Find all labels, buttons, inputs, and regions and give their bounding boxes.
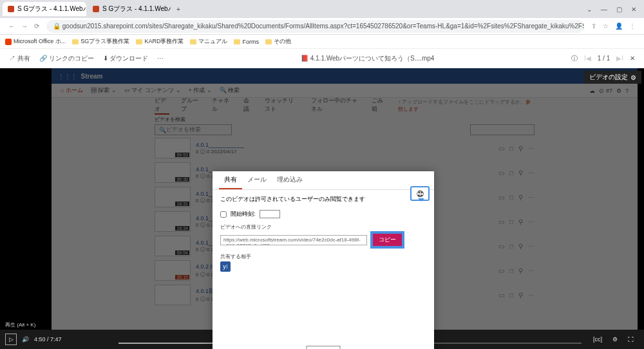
share-icon[interactable]: ⇪ [591, 23, 596, 30]
bookmark-item[interactable]: マニュアル [190, 37, 227, 46]
yammer-icon[interactable]: y⁝ [220, 261, 231, 272]
menu-icon[interactable]: ⋮ [629, 23, 636, 30]
play-button[interactable]: ▷ [5, 334, 17, 345]
more-icon[interactable]: ⋯ [157, 55, 164, 62]
back-icon[interactable]: ← [8, 23, 15, 30]
prev-icon[interactable]: I◀ [584, 55, 591, 62]
replay-hint: 再生 (Alt + K) [5, 321, 35, 328]
bookmark-item[interactable]: その他 [265, 37, 291, 46]
cc-icon[interactable]: [cc] [593, 336, 602, 343]
tab-embed[interactable]: 埋め込み [272, 171, 308, 189]
lock-icon: 🔒 [53, 23, 61, 30]
bookmark-item[interactable]: SGプラス事務作業 [72, 37, 129, 46]
close-viewer-icon[interactable]: ✕ [630, 55, 635, 62]
bookmark-item[interactable]: Microsoft Office ホ... [5, 37, 66, 46]
start-time-input[interactable] [260, 210, 280, 218]
bookmarks-bar: Microsoft Office ホ... SGプラス事務作業 KARD事務作業… [0, 35, 644, 49]
share-button[interactable]: ↗ 共有 [9, 54, 30, 63]
next-icon[interactable]: ▶I [616, 55, 623, 62]
gear-icon: ⚙ [630, 74, 636, 81]
share-with-label: 共有する相手 [220, 253, 426, 260]
file-name: 📕 4.1.1.Webパーツについて知ろう（S....mp4 [173, 54, 562, 63]
folder-icon [234, 39, 240, 44]
url-input[interactable]: 🔒 goodsun2015.sharepoint.com/sites/Share… [46, 20, 584, 33]
forward-icon: → [21, 23, 28, 30]
url-text: goodsun2015.sharepoint.com/sites/Sharega… [62, 23, 584, 30]
volume-icon[interactable]: 🔊 [22, 336, 29, 343]
download-button[interactable]: ⬇ ダウンロード [103, 54, 149, 63]
chevron-down-icon[interactable]: ⌄ [587, 6, 592, 13]
copy-button[interactable]: コピー [371, 232, 404, 248]
link-label: ビデオへの直接リンク [220, 223, 426, 231]
address-bar: ← → ⟳ 🔒 goodsun2015.sharepoint.com/sites… [0, 18, 644, 35]
start-at-checkbox[interactable] [220, 211, 227, 218]
tab-title: S Gプラス - 4.1.1.Webパーツに [102, 5, 171, 14]
sharepoint-toolbar: ↗ 共有 🔗 リンクのコピー ⬇ ダウンロード ⋯ 📕 4.1.1.Webパーツ… [0, 49, 644, 68]
folder-icon [136, 39, 142, 44]
close-window-icon[interactable]: ✕ [631, 6, 636, 13]
sharepoint-icon [8, 6, 14, 12]
star-icon[interactable]: ☆ [603, 23, 609, 30]
time-display: 4:50 / 7:47 [34, 336, 62, 343]
info-icon[interactable]: ⓘ [571, 54, 578, 63]
tab-mail[interactable]: メール [242, 171, 272, 189]
browser-tab-strip: S Gプラス - 4.1.1.Webパーツに × S Gプラス - 4.1.1.… [0, 0, 644, 18]
bookmark-item[interactable]: KARD事務作業 [136, 37, 184, 46]
video-settings-button[interactable]: ビデオの設定 ⚙ [584, 71, 641, 84]
bookmark-item[interactable]: Forms [234, 39, 259, 45]
folder-icon [72, 39, 79, 44]
tab-share[interactable]: 共有 [219, 171, 242, 189]
video-url-input[interactable]: https://web.microsoftstream.com/video/74… [220, 235, 367, 245]
reload-icon[interactable]: ⟳ [34, 23, 39, 30]
minimize-icon[interactable]: — [601, 6, 607, 13]
sharepoint-icon [93, 6, 99, 12]
folder-icon [265, 39, 272, 44]
maximize-icon[interactable]: ▢ [616, 6, 622, 13]
start-at-label: 開始時刻: [231, 210, 256, 218]
folder-icon [190, 39, 196, 44]
browser-tab-active[interactable]: S Gプラス - 4.1.1.Webパーツに × [3, 2, 86, 16]
fullscreen-icon[interactable]: ⛶ [628, 336, 634, 343]
profile-icon[interactable]: 👤 [615, 23, 623, 30]
tab-title: S Gプラス - 4.1.1.Webパーツに [17, 5, 86, 14]
video-viewport: ビデオの設定 ⚙ ⋮⋮⋮ Stream ⌂ ホーム ▦ 探索 ⌄ ▭ マイ コン… [0, 68, 644, 349]
share-dialog: 共有 メール 埋め込み このビデオは許可されているユーザーのみ閲覧できます 開始… [213, 171, 434, 349]
settings-icon[interactable]: ⚙ [612, 336, 618, 343]
dialog-tabs: 共有 メール 埋め込み [213, 171, 434, 190]
page-indicator: 1 / 1 [598, 55, 610, 62]
new-tab-button[interactable]: + [173, 6, 184, 13]
browser-tab-inactive[interactable]: S Gプラス - 4.1.1.Webパーツに × [88, 2, 171, 16]
dialog-message: このビデオは許可されているユーザーのみ閲覧できます [220, 195, 426, 203]
close-button[interactable]: 閉じる [307, 346, 341, 349]
office-icon [5, 39, 12, 45]
annotation-callout-22: ㉒ [410, 186, 430, 201]
copy-link-button[interactable]: 🔗 リンクのコピー [39, 54, 94, 63]
